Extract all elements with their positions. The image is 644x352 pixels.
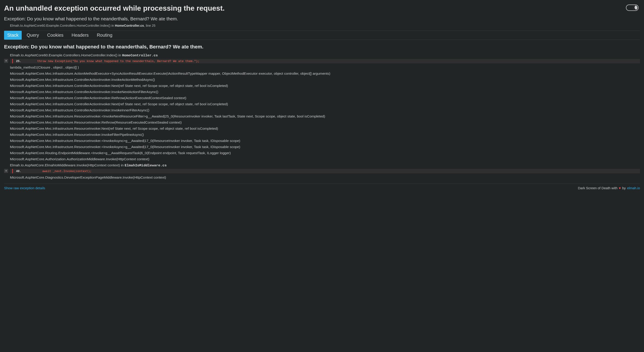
page-title: An unhandled exception occurred while pr… — [4, 4, 224, 13]
tab-row: StackQueryCookiesHeadersRouting — [4, 31, 640, 40]
stack-frame[interactable]: Microsoft.AspNetCore.Mvc.Infrastructure.… — [10, 113, 640, 119]
stack-frame[interactable]: Elmah.Io.AspNetCore.ElmahIoMiddleware.In… — [10, 162, 640, 168]
summary-trace-file: HomeController.cs — [115, 24, 144, 27]
stack-frame[interactable]: Microsoft.AspNetCore.Authorization.Autho… — [10, 156, 640, 162]
source-code: await _next.Invoke(context); — [24, 169, 92, 173]
tab-cookies[interactable]: Cookies — [44, 31, 67, 40]
source-code-strip: 25. throw new Exception("Do you know wha… — [10, 59, 640, 63]
expand-button[interactable]: + — [4, 59, 8, 63]
stack-frame[interactable]: Elmah.Io.AspNetCore60.Example.Controller… — [10, 52, 640, 58]
stack-frame[interactable]: Microsoft.AspNetCore.Mvc.Infrastructure.… — [10, 138, 640, 144]
stack-frame[interactable]: Microsoft.AspNetCore.Mvc.Infrastructure.… — [10, 101, 640, 107]
stack-frame[interactable]: Microsoft.AspNetCore.Mvc.Infrastructure.… — [10, 131, 640, 138]
stack-frame[interactable]: Microsoft.AspNetCore.Diagnostics.Develop… — [10, 174, 640, 181]
credit: Dark Screen of Death with ♥ by elmah.io — [578, 186, 640, 190]
moon-icon — [633, 6, 638, 10]
expand-button[interactable]: + — [4, 169, 8, 173]
exception-summary: Exception: Do you know what happened to … — [4, 16, 640, 22]
stack-frame[interactable]: Microsoft.AspNetCore.Mvc.Infrastructure.… — [10, 144, 640, 150]
credit-link[interactable]: elmah.io — [627, 186, 640, 190]
stack-frame[interactable]: Microsoft.AspNetCore.Mvc.Infrastructure.… — [10, 125, 640, 131]
credit-by: by — [622, 186, 626, 190]
source-code-row: + 25. throw new Exception("Do you know w… — [4, 59, 640, 63]
line-number: 40. — [16, 169, 24, 173]
stack-frame[interactable]: Microsoft.AspNetCore.Mvc.Infrastructure.… — [10, 83, 640, 89]
exception-heading: Exception: Do you know what happened to … — [4, 44, 640, 50]
theme-toggle[interactable] — [626, 5, 638, 11]
stack-frame[interactable]: Microsoft.AspNetCore.Mvc.Infrastructure.… — [10, 89, 640, 95]
source-code-strip: 40. await _next.Invoke(context); — [10, 169, 640, 173]
show-raw-link[interactable]: Show raw exception details — [4, 186, 45, 190]
credit-prefix: Dark Screen of Death with — [578, 186, 617, 190]
frame-file: HomeController.cs — [122, 53, 158, 58]
frame-prefix: Elmah.Io.AspNetCore.ElmahIoMiddleware.In… — [10, 163, 124, 167]
frame-file: ElmahIoMiddleware.cs — [124, 163, 166, 167]
heart-icon: ♥ — [619, 186, 621, 190]
summary-trace-suffix: , line 25 — [144, 24, 156, 27]
exception-summary-location: Elmah.Io.AspNetCore60.Example.Controller… — [4, 23, 640, 31]
tab-routing[interactable]: Routing — [94, 31, 116, 40]
summary-trace-prefix: Elmah.Io.AspNetCore60.Example.Controller… — [10, 24, 115, 27]
stack-frame[interactable]: Microsoft.AspNetCore.Mvc.Infrastructure.… — [10, 70, 640, 77]
tab-stack[interactable]: Stack — [4, 31, 22, 40]
stack-frame[interactable]: Microsoft.AspNetCore.Mvc.Infrastructure.… — [10, 77, 640, 83]
frame-prefix: Elmah.Io.AspNetCore60.Example.Controller… — [10, 53, 122, 57]
source-code: throw new Exception("Do you know what ha… — [24, 60, 200, 63]
footer: Show raw exception details Dark Screen o… — [4, 184, 640, 190]
line-number: 25. — [16, 60, 24, 63]
stack-frames: Elmah.Io.AspNetCore60.Example.Controller… — [10, 52, 640, 181]
tab-query[interactable]: Query — [24, 31, 42, 40]
error-marker — [12, 169, 13, 173]
tab-headers[interactable]: Headers — [68, 31, 92, 40]
stack-frame[interactable]: Microsoft.AspNetCore.Routing.EndpointMid… — [10, 150, 640, 156]
stack-frame[interactable]: lambda_method1(Closure , object , object… — [10, 64, 640, 70]
error-marker — [12, 59, 13, 63]
stack-frame[interactable]: Microsoft.AspNetCore.Mvc.Infrastructure.… — [10, 107, 640, 113]
source-code-row: + 40. await _next.Invoke(context); — [4, 169, 640, 173]
stack-frame[interactable]: Microsoft.AspNetCore.Mvc.Infrastructure.… — [10, 119, 640, 125]
stack-frame[interactable]: Microsoft.AspNetCore.Mvc.Infrastructure.… — [10, 95, 640, 101]
